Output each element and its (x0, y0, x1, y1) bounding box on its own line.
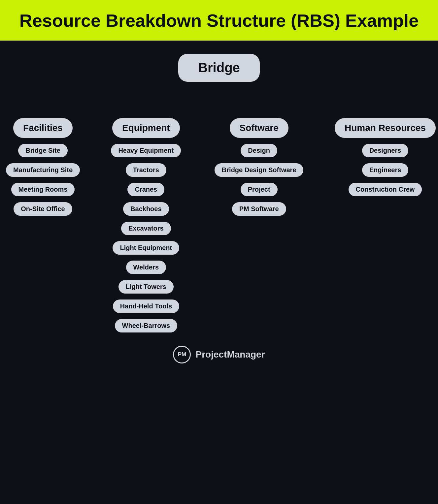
handheld-tools-node: Hand-Held Tools (113, 299, 179, 313)
design-node: Design (241, 144, 277, 157)
page-header: Resource Breakdown Structure (RBS) Examp… (0, 0, 438, 41)
facilities-col: Facilities Bridge Site Manufacturing Sit… (7, 118, 79, 216)
excavators-node: Excavators (121, 222, 171, 235)
engineers-node: Engineers (362, 163, 409, 177)
facilities-node: Facilities (13, 118, 73, 138)
hr-col: Human Resources Designers Engineers Cons… (339, 118, 431, 196)
equipment-node: Equipment (112, 118, 180, 138)
software-node: Software (230, 118, 288, 138)
designers-node: Designers (362, 144, 409, 157)
hr-node: Human Resources (335, 118, 436, 138)
light-equipment-node: Light Equipment (113, 241, 179, 255)
wheelbarrows-node: Wheel-Barrows (115, 319, 178, 332)
project-node: Project (241, 183, 278, 196)
heavy-equipment-node: Heavy Equipment (111, 144, 181, 157)
page-title: Resource Breakdown Structure (RBS) Examp… (7, 10, 431, 31)
light-towers-node: Light Towers (118, 280, 174, 294)
diagram-area: Bridge Facilities Bridge Site Manufactur… (0, 41, 438, 383)
backhoes-node: Backhoes (123, 202, 169, 216)
brand-name: ProjectManager (195, 349, 265, 360)
equipment-col: Equipment Heavy Equipment Tractors Crane… (113, 118, 179, 332)
root-node: Bridge (178, 54, 260, 82)
cranes-node: Cranes (127, 183, 164, 196)
bridge-site-node: Bridge Site (18, 144, 68, 157)
tractors-node: Tractors (126, 163, 166, 177)
manufacturing-site-node: Manufacturing Site (6, 163, 80, 177)
pm-logo: PM (173, 346, 191, 363)
meeting-rooms-node: Meeting Rooms (11, 183, 75, 196)
tree-wrapper: Bridge Facilities Bridge Site Manufactur… (7, 54, 431, 363)
pm-software-node: PM Software (232, 202, 286, 216)
construction-crew-node: Construction Crew (349, 183, 422, 196)
software-col: Software Design Bridge Design Software P… (213, 118, 305, 216)
onsite-office-node: On-Site Office (14, 202, 72, 216)
welders-node: Welders (126, 261, 166, 274)
footer: PM ProjectManager (7, 346, 431, 363)
bridge-design-software-node: Bridge Design Software (215, 163, 304, 177)
